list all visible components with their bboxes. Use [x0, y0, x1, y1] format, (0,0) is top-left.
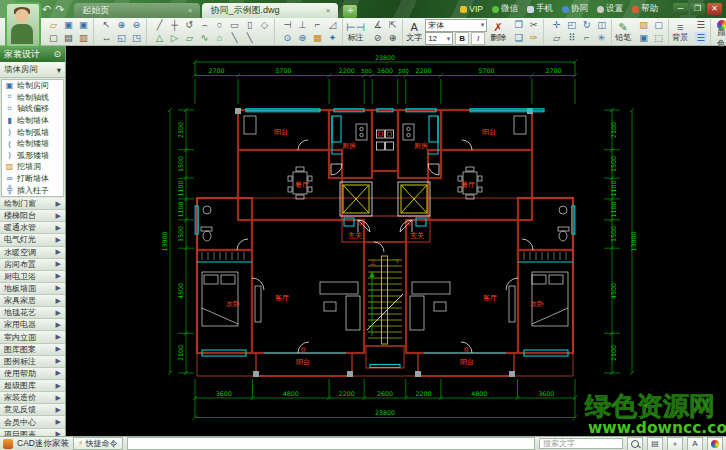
- new-tab-button[interactable]: +: [343, 5, 357, 18]
- format-brush-icon[interactable]: ✑: [527, 32, 540, 44]
- zoom-window-icon[interactable]: ◱: [115, 32, 128, 44]
- sidebar-section-4[interactable]: 水暖空调▶: [0, 247, 65, 259]
- explode-icon[interactable]: ✳: [595, 32, 608, 44]
- sidebar-section-6[interactable]: 厨电卫浴▶: [0, 271, 65, 283]
- back-arrow-icon[interactable]: ↶: [42, 1, 51, 17]
- hatch-icon[interactable]: ▦: [311, 32, 324, 44]
- text-style-button[interactable]: A: [687, 437, 703, 450]
- menu-wechat[interactable]: 微信: [492, 3, 518, 15]
- italic-button[interactable]: I: [471, 32, 485, 45]
- polyline-icon[interactable]: ┼: [168, 19, 181, 31]
- sidebar-section-2[interactable]: 暖通水管▶: [0, 222, 65, 234]
- tool-draw-arc-wall[interactable]: )绘制弧墙: [2, 126, 63, 138]
- stretch-icon[interactable]: ◿: [326, 19, 339, 31]
- sidebar-section-0[interactable]: 绘制门窗▶: [0, 198, 65, 210]
- parallelogram-icon[interactable]: ▱: [183, 32, 196, 44]
- menu-collab[interactable]: 协同: [562, 3, 588, 15]
- trim-icon[interactable]: ⊣: [281, 19, 294, 31]
- diameter-dim-icon[interactable]: ⊕: [386, 32, 399, 44]
- paste-icon[interactable]: ❏: [512, 32, 525, 44]
- tool-axis-offset[interactable]: ⌗轴线偏移: [2, 103, 63, 115]
- ellipse-icon[interactable]: ◇: [258, 19, 271, 31]
- text-button[interactable]: A 文字: [406, 19, 422, 45]
- crop-icon[interactable]: ⬚: [652, 32, 665, 44]
- offset-icon[interactable]: ▱: [550, 32, 563, 44]
- donut-icon[interactable]: ⊙: [281, 32, 294, 44]
- save-icon[interactable]: ▣: [62, 19, 75, 31]
- spline-icon[interactable]: ∿: [198, 32, 211, 44]
- menu-mobile[interactable]: 手机: [527, 3, 553, 15]
- rotate-icon[interactable]: ↻: [580, 19, 593, 31]
- xline-icon[interactable]: ╲: [243, 32, 256, 44]
- frame-icon[interactable]: ▢: [652, 19, 665, 31]
- tool-wall-hole[interactable]: ▨挖墙洞: [2, 161, 63, 173]
- region-icon[interactable]: ⊛: [296, 32, 309, 44]
- zoom-in-icon[interactable]: ⊕: [115, 19, 128, 31]
- maximize-button[interactable]: ❐: [690, 3, 705, 15]
- close-tab-icon[interactable]: ×: [188, 6, 193, 15]
- revision-icon[interactable]: ↺: [183, 19, 196, 31]
- polygon-icon[interactable]: ▷: [168, 32, 181, 44]
- ray-icon[interactable]: ╲: [228, 32, 241, 44]
- mirror-icon[interactable]: ◫: [595, 19, 608, 31]
- print-icon[interactable]: ▤: [62, 32, 75, 44]
- page-button[interactable]: ▤: [647, 437, 663, 450]
- pan-icon[interactable]: ↔: [100, 32, 113, 44]
- tool-insert-column[interactable]: ╬插入柱子: [2, 184, 63, 196]
- menu-settings[interactable]: 设置: [597, 3, 623, 15]
- tab-start-page[interactable]: 起始页 ×: [74, 3, 200, 18]
- shape-icon[interactable]: ⌂: [213, 32, 226, 44]
- sidebar-section-14[interactable]: 使用帮助▶: [0, 368, 65, 380]
- sidebar-section-1[interactable]: 楼梯阳台▶: [0, 210, 65, 222]
- font-size-select[interactable]: 12▾: [425, 32, 453, 45]
- sidebar-section-15[interactable]: 超级图库▶: [0, 380, 65, 392]
- fillet-icon[interactable]: ⌐: [580, 32, 593, 44]
- zoom-fit-icon[interactable]: ◳: [130, 32, 143, 44]
- sidebar-section-9[interactable]: 地毯花艺▶: [0, 307, 65, 319]
- search-button[interactable]: [627, 437, 643, 450]
- tool-draw-wall[interactable]: ▮绘制墙体: [2, 115, 63, 127]
- zoom-plus-button[interactable]: ＋: [667, 437, 683, 450]
- palette-category[interactable]: 墙体房间▾: [0, 62, 65, 78]
- dimension-button[interactable]: ⊢⊣ 标注: [346, 19, 365, 45]
- background-button[interactable]: ≡ 背景: [672, 19, 688, 45]
- select-cursor-icon[interactable]: ↖: [100, 19, 113, 31]
- open-icon[interactable]: ▱: [47, 19, 60, 31]
- pencil-button[interactable]: ✎ 铅笔: [615, 19, 631, 45]
- tab-drawing[interactable]: 协同_示例图.dwg ×: [202, 3, 338, 18]
- triangle-icon[interactable]: △: [153, 32, 166, 44]
- sidebar-section-13[interactable]: 图例标注▶: [0, 356, 65, 368]
- rect2-icon[interactable]: ▯: [243, 19, 256, 31]
- rectangle-icon[interactable]: ▭: [228, 19, 241, 31]
- scale-icon[interactable]: ◰: [565, 19, 578, 31]
- floor-plan-svg[interactable]: 23800 2700 5700 2200 500 1600 500 2200 5…: [66, 46, 726, 436]
- tool-arc-low-wall[interactable]: )弧形矮墙: [2, 150, 63, 162]
- extend-icon[interactable]: ⊥: [296, 19, 309, 31]
- raster-icon[interactable]: ▣: [637, 32, 650, 44]
- pin-icon[interactable]: ⊙: [53, 49, 61, 59]
- zoom-out-icon[interactable]: ⊖: [130, 19, 143, 31]
- delete-button[interactable]: ✗ 删除: [490, 19, 506, 45]
- sidebar-section-5[interactable]: 房间布置▶: [0, 259, 65, 271]
- color-ball-button[interactable]: [707, 437, 723, 450]
- copy-icon[interactable]: ❐: [512, 19, 525, 31]
- sidebar-section-7[interactable]: 地板墙面▶: [0, 283, 65, 295]
- image-icon[interactable]: ▧: [637, 19, 650, 31]
- sidebar-section-8[interactable]: 家具家居▶: [0, 295, 65, 307]
- line-icon[interactable]: ╱: [153, 19, 166, 31]
- chamfer-icon[interactable]: ⌐: [311, 19, 324, 31]
- bold-button[interactable]: B: [455, 32, 469, 45]
- new-file-icon[interactable]: ▢: [47, 32, 60, 44]
- leader-icon[interactable]: ⇱: [386, 19, 399, 31]
- forward-arrow-icon[interactable]: ↷: [55, 1, 64, 17]
- sidebar-section-17[interactable]: 意见反馈▶: [0, 404, 65, 416]
- sidebar-section-12[interactable]: 图库图案▶: [0, 344, 65, 356]
- array-icon[interactable]: ⠿: [565, 32, 578, 44]
- sidebar-section-18[interactable]: 会员中心▶: [0, 416, 65, 428]
- close-tab-icon[interactable]: ×: [326, 6, 331, 15]
- sidebar-section-16[interactable]: 家装造价▶: [0, 392, 65, 404]
- sidebar-section-10[interactable]: 家用电器▶: [0, 319, 65, 331]
- block-icon[interactable]: ✦: [326, 32, 339, 44]
- lineweight-icon[interactable]: ☰: [694, 32, 707, 44]
- export-pdf-icon[interactable]: ▥: [77, 32, 90, 44]
